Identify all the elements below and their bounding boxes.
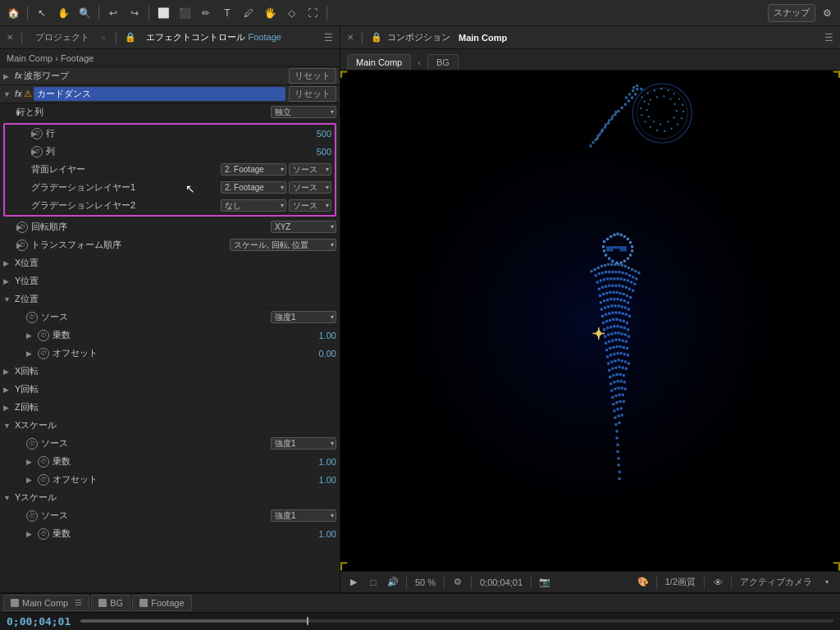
fx-badge-1: fx xyxy=(15,71,22,80)
snap-control[interactable]: スナップ xyxy=(768,4,815,22)
rect-tool[interactable]: ⬜ xyxy=(153,3,173,23)
rows-cols-toggle[interactable]: ▶ xyxy=(3,108,16,116)
xs-offset-value[interactable]: 1.00 xyxy=(304,475,336,485)
rot-stopwatch[interactable]: ⏱ xyxy=(16,221,28,233)
timecode-bottom: 0;00;04;01 xyxy=(7,615,71,628)
tab-arrow[interactable]: ‹ xyxy=(413,55,426,70)
cols-value[interactable]: 500 xyxy=(299,147,331,157)
select-tool[interactable]: ↖ xyxy=(32,3,52,23)
comp-audio-btn[interactable]: 🔊 xyxy=(385,574,401,591)
timeline-track[interactable] xyxy=(80,619,833,623)
clone-tool[interactable]: 🖐 xyxy=(260,3,280,23)
ysmult-stopwatch[interactable]: ⏱ xyxy=(38,528,49,540)
rows-value[interactable]: 500 xyxy=(299,129,331,139)
grad-layer1-mode-select[interactable]: ソース xyxy=(289,181,331,194)
xs-offset-label: オフセット xyxy=(52,473,304,486)
zoom-tool[interactable]: 🔍 xyxy=(75,3,94,23)
comp-play-btn[interactable]: ▶ xyxy=(345,574,362,591)
xsmult-stopwatch[interactable]: ⏱ xyxy=(38,456,49,468)
xscale-toggle[interactable]: ▼ xyxy=(3,422,15,430)
hand-tool[interactable]: ✋ xyxy=(53,3,73,23)
z-src-select[interactable]: 強度1 xyxy=(271,311,336,323)
bottom-tab-bg[interactable]: BG xyxy=(91,595,130,611)
effect-controls-tab[interactable]: エフェクトコントロール Footage xyxy=(141,30,285,45)
tab-main-comp[interactable]: Main Comp xyxy=(347,54,411,70)
ypos-toggle[interactable]: ▶ xyxy=(3,277,15,285)
rows-cols-select[interactable]: 独立 xyxy=(271,106,336,118)
zpos-toggle[interactable]: ▼ xyxy=(3,295,15,304)
yrot-toggle[interactable]: ▶ xyxy=(3,386,15,394)
eraser-tool[interactable]: ◇ xyxy=(281,3,301,23)
xssrc-stopwatch[interactable]: ⏱ xyxy=(26,438,38,450)
zmult-stopwatch[interactable]: ⏱ xyxy=(38,330,49,341)
zmult-toggle[interactable]: ▶ xyxy=(26,331,38,340)
back-layer-select[interactable]: 2. Footage xyxy=(221,163,286,176)
rows-toggle[interactable]: ▶ xyxy=(8,130,31,138)
playhead[interactable] xyxy=(307,617,308,625)
quality-label[interactable]: 1/2画質 xyxy=(662,576,699,588)
grad-layer2-mode-select[interactable]: ソース xyxy=(289,199,331,212)
redo-btn[interactable]: ↪ xyxy=(125,3,144,23)
comp-camera-btn[interactable]: 📷 xyxy=(536,574,553,591)
undo-btn[interactable]: ↩ xyxy=(103,3,123,23)
panel-menu-btn[interactable]: ☰ xyxy=(324,32,333,43)
puppet-tool[interactable]: ⛶ xyxy=(303,3,322,23)
cols-stopwatch[interactable]: ⏱ xyxy=(31,146,43,158)
zoff-toggle[interactable]: ▶ xyxy=(26,349,38,358)
cols-toggle[interactable]: ▶ xyxy=(8,148,31,156)
zsrc-stopwatch[interactable]: ⏱ xyxy=(26,312,38,323)
camera-label[interactable]: アクティブカメラ xyxy=(737,576,815,588)
panel-close-btn[interactable]: ✕ xyxy=(7,33,13,42)
comp-panel-close[interactable]: ✕ xyxy=(347,33,354,42)
xsoff-toggle[interactable]: ▶ xyxy=(26,476,38,484)
bottom-tab-footage[interactable]: Footage xyxy=(132,595,191,611)
home-button[interactable]: 🏠 xyxy=(3,3,23,23)
comp-view-btn[interactable]: 👁 xyxy=(710,574,726,591)
x-rot-label: X回転 xyxy=(15,365,336,377)
trans-select[interactable]: スケール, 回転, 位置 xyxy=(230,239,336,251)
rot-toggle[interactable]: ▶ xyxy=(3,223,16,231)
pen-tool[interactable]: ✏ xyxy=(196,3,216,23)
zrot-toggle[interactable]: ▶ xyxy=(3,404,15,412)
xsoff-stopwatch[interactable]: ⏱ xyxy=(38,474,49,486)
zoom-label[interactable]: 50 % xyxy=(412,578,439,587)
rows-stopwatch[interactable]: ⏱ xyxy=(31,128,43,139)
main-comp-menu-icon[interactable]: ☰ xyxy=(75,598,82,607)
bottom-tab-main-comp[interactable]: Main Comp ☰ xyxy=(3,595,89,611)
xs-src-select[interactable]: 強度1 xyxy=(271,437,336,450)
cam-dropdown-btn[interactable]: ▾ xyxy=(819,574,835,591)
ys-mult-value[interactable]: 1.00 xyxy=(304,529,336,539)
wave-toggle[interactable]: ▶ xyxy=(3,72,15,80)
back-layer-mode-select[interactable]: ソース xyxy=(289,163,331,176)
rot-select[interactable]: XYZ xyxy=(271,221,336,233)
z-mult-value[interactable]: 1.00 xyxy=(304,331,336,340)
grad-layer2-select[interactable]: なし xyxy=(221,199,286,212)
text-tool[interactable]: T xyxy=(217,3,237,23)
more-tools-btn[interactable]: ⚙ xyxy=(817,3,837,23)
xsmult-toggle[interactable]: ▶ xyxy=(26,458,38,466)
card-toggle[interactable]: ▼ xyxy=(3,90,15,98)
yscale-toggle[interactable]: ▼ xyxy=(3,494,15,502)
card-reset-btn[interactable]: リセット xyxy=(289,86,336,102)
xs-mult-value[interactable]: 1.00 xyxy=(304,457,336,467)
zoff-stopwatch[interactable]: ⏱ xyxy=(38,348,49,359)
project-tab[interactable]: プロジェクト xyxy=(30,30,94,45)
trans-toggle[interactable]: ▶ xyxy=(3,241,16,249)
tab-bg[interactable]: BG xyxy=(427,54,459,70)
comp-panel-menu[interactable]: ☰ xyxy=(824,32,833,43)
ellipse-tool[interactable]: ⬛ xyxy=(175,3,194,23)
comp-preview-btn[interactable]: □ xyxy=(365,574,381,591)
wave-reset-btn[interactable]: リセット xyxy=(289,68,336,84)
comp-settings-btn[interactable]: ⚙ xyxy=(450,574,466,591)
comp-color-btn[interactable]: 🎨 xyxy=(635,574,651,591)
z-offset-value[interactable]: 0.00 xyxy=(304,349,336,358)
brush-tool[interactable]: 🖊 xyxy=(239,3,258,23)
ys-src-select[interactable]: 強度1 xyxy=(271,509,336,522)
grad-layer1-dropdown-wrap: 2. Footage xyxy=(221,181,286,194)
trans-stopwatch[interactable]: ⏱ xyxy=(16,240,28,251)
ysmult-toggle[interactable]: ▶ xyxy=(26,530,38,538)
yssrc-stopwatch[interactable]: ⏱ xyxy=(26,510,38,522)
xpos-toggle[interactable]: ▶ xyxy=(3,259,15,267)
grad-layer1-select[interactable]: 2. Footage xyxy=(221,181,286,194)
xrot-toggle[interactable]: ▶ xyxy=(3,368,15,376)
